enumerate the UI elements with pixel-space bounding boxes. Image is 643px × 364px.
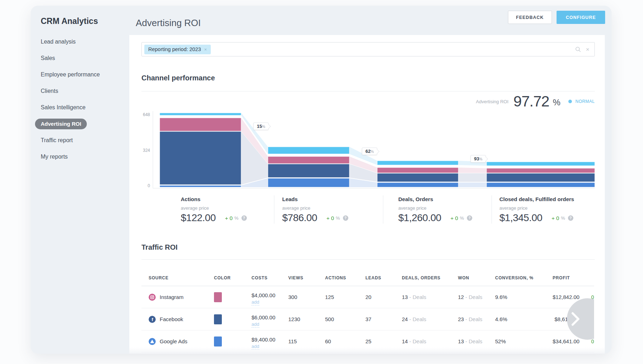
- funnel-bar-dark-blue-source: [377, 173, 458, 182]
- funnel-bar-dark-blue-source: [160, 131, 241, 185]
- stage-delta-unit: %: [460, 215, 464, 221]
- source-label: Facebook: [160, 316, 183, 322]
- won-suffix: - Deals: [465, 294, 483, 300]
- divider: [141, 259, 595, 260]
- funnel-bar-medium-blue-source: [160, 185, 241, 187]
- sidebar-item-clients[interactable]: Clients: [31, 83, 129, 99]
- traffic-roi-heading: Traffic ROI: [141, 243, 178, 251]
- traffic-roi-table: SOURCECOLORCOSTSVIEWSACTIONSLEADSDEALS, …: [141, 270, 594, 354]
- column-header: WON: [458, 275, 495, 280]
- clear-icon[interactable]: ×: [586, 46, 589, 53]
- views-cell: 300: [288, 294, 325, 300]
- help-icon[interactable]: ?: [568, 215, 573, 221]
- funnel-bar-pink-source: [377, 168, 458, 173]
- stage-delta: + 0: [225, 215, 233, 221]
- filter-input[interactable]: Reporting period: 2023 × ×: [141, 42, 595, 56]
- sidebar: CRM Analytics Lead analysisSalesEmployee…: [31, 6, 129, 354]
- stage-card-closed-deals: Closed deals, Fulfilled orders average p…: [492, 195, 595, 224]
- app-title: CRM Analytics: [41, 16, 98, 26]
- table-row-google-ads: Google Ads$9,400.00add115602514 - Deals1…: [141, 330, 594, 353]
- roi-label: Advertising ROI: [476, 99, 508, 104]
- profit-cell: $12,842.00: [553, 294, 582, 300]
- color-swatch: [214, 314, 222, 324]
- stage-name: Actions: [181, 196, 274, 202]
- main-panel: Reporting period: 2023 × × Channel perfo…: [129, 35, 605, 354]
- actions-cell: 60: [325, 338, 365, 344]
- source-cell: Instagram: [149, 294, 214, 301]
- funnel-bar-light-blue-source: [160, 113, 241, 115]
- chip-close-icon[interactable]: ×: [204, 47, 207, 52]
- funnel-bar-medium-blue-source: [487, 183, 595, 187]
- sidebar-item-my-reports[interactable]: My reports: [31, 149, 129, 165]
- stage-cards: Actions average price $122.00 + 0 % ? Le…: [141, 195, 595, 224]
- funnel-bar-light-blue-source: [377, 161, 458, 165]
- column-header: PROFIT: [553, 275, 582, 280]
- help-icon[interactable]: ?: [467, 215, 472, 221]
- average-price-label: average price: [499, 205, 595, 211]
- deals-count: 13: [402, 294, 408, 300]
- color-swatch: [214, 336, 222, 346]
- y-axis-tick: 0: [148, 183, 150, 188]
- sidebar-item-employee-performance[interactable]: Employee performance: [31, 66, 129, 83]
- roi-unit: %: [553, 98, 560, 108]
- stage-name: Deals, Orders: [398, 196, 492, 202]
- color-cell: [214, 336, 251, 346]
- filter-chip[interactable]: Reporting period: 2023 ×: [144, 45, 211, 54]
- conversion-cell: 9.6%: [495, 294, 553, 300]
- add-cost-link[interactable]: add: [251, 300, 259, 305]
- actions-cell: 500: [325, 316, 365, 322]
- sidebar-item-sales[interactable]: Sales: [31, 50, 129, 66]
- funnel-transition-pink-source: [458, 168, 487, 173]
- costs-value: $4,000.00: [251, 292, 288, 299]
- sidebar-item-advertising-roi[interactable]: Advertising ROI: [31, 116, 129, 132]
- search-icon[interactable]: [575, 46, 581, 53]
- status-badge: NORMAL: [575, 99, 595, 104]
- costs-cell: $9,400.00add: [251, 333, 288, 350]
- actions-cell: 125: [325, 294, 365, 300]
- color-cell: [214, 314, 251, 324]
- help-icon[interactable]: ?: [241, 215, 247, 221]
- y-axis-tick: 324: [143, 148, 150, 153]
- funnel-bar-pink-source: [268, 156, 349, 164]
- stage-name: Leads: [282, 196, 383, 202]
- stage-name: Closed deals, Fulfilled orders: [499, 196, 595, 202]
- funnel-bar-medium-blue-source: [268, 178, 349, 187]
- add-cost-link[interactable]: add: [251, 322, 259, 328]
- funnel-bar-light-blue-source: [487, 162, 595, 166]
- deals-suffix: - Deals: [409, 294, 427, 300]
- average-price-label: average price: [398, 205, 492, 211]
- column-header: LEADS: [365, 275, 402, 280]
- conversion-cell: 52%: [495, 338, 553, 344]
- channel-performance-heading: Channel performance: [141, 74, 215, 82]
- funnel-bar-dark-blue-source: [268, 164, 349, 178]
- stage-card-leads: Leads average price $786.00 + 0 % ?: [274, 195, 383, 224]
- views-cell: 115: [288, 338, 325, 344]
- configure-button[interactable]: CONFIGURE: [557, 11, 605, 24]
- won-count: 23: [458, 316, 464, 322]
- deals-suffix: - Deals: [409, 338, 427, 344]
- won-cell: 23 - Deals: [458, 316, 495, 322]
- add-cost-link[interactable]: add: [251, 344, 259, 350]
- sidebar-item-sales-intelligence[interactable]: Sales Intelligence: [31, 99, 129, 116]
- column-header: SOURCE: [149, 275, 214, 280]
- conversion-cell: 4.6%: [495, 316, 553, 322]
- stage-delta-unit: %: [234, 215, 239, 221]
- facebook-icon: f: [149, 316, 156, 323]
- page-title: Advertising ROI: [136, 18, 201, 29]
- sidebar-item-lead-analysis[interactable]: Lead analysis: [31, 34, 129, 50]
- filter-chip-label: Reporting period: 2023: [148, 46, 201, 52]
- table-row-facebook: fFacebook$6,000.00add12305003724 - Deals…: [141, 308, 594, 330]
- stage-delta: + 0: [327, 215, 334, 221]
- won-cell: 13 - Deals: [458, 338, 495, 344]
- column-header: CONVERSION, %: [495, 275, 553, 280]
- won-suffix: - Deals: [465, 316, 483, 322]
- help-icon[interactable]: ?: [343, 215, 348, 221]
- stage-delta: + 0: [552, 215, 559, 221]
- won-count: 12: [458, 294, 464, 300]
- sidebar-item-traffic-report[interactable]: Traffic report: [31, 132, 129, 149]
- sidebar-nav: Lead analysisSalesEmployee performanceCl…: [31, 34, 129, 165]
- funnel-bar-pink-source: [160, 118, 241, 131]
- feedback-button[interactable]: FEEDBACK: [508, 11, 552, 24]
- costs-value: $6,000.00: [251, 314, 288, 321]
- column-header: COLOR: [214, 275, 251, 280]
